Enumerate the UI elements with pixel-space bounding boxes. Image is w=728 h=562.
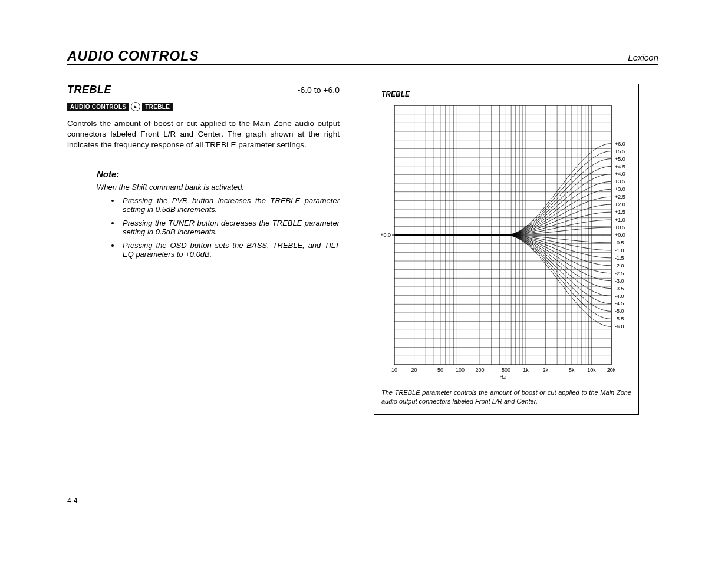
svg-text:100: 100: [456, 367, 465, 373]
svg-text:-2.5: -2.5: [615, 270, 624, 276]
note-subtitle: When the Shift command bank is activated…: [97, 183, 340, 191]
breadcrumb-chip-audio-controls: AUDIO CONTROLS: [67, 103, 129, 111]
note-item: Pressing the OSD button sets the BASS, T…: [120, 241, 340, 259]
svg-text:20k: 20k: [607, 367, 616, 373]
svg-text:500: 500: [502, 367, 510, 373]
treble-figure: TREBLE 1020501002005001k2k5k10k20kHz+0.0…: [374, 84, 639, 415]
parameter-row: TREBLE -6.0 to +6.0: [67, 84, 340, 96]
note-item: Pressing the PVR button increases the TR…: [120, 196, 340, 214]
parameter-description: Controls the amount of boost or cut appl…: [67, 118, 340, 151]
svg-text:-3.0: -3.0: [615, 278, 624, 284]
svg-text:+1.0: +1.0: [615, 217, 625, 223]
svg-text:+5.5: +5.5: [615, 148, 625, 154]
svg-text:+2.0: +2.0: [615, 201, 625, 207]
page-header: AUDIO CONTROLS Lexicon: [67, 48, 658, 65]
svg-text:+0.0: +0.0: [381, 232, 391, 238]
svg-text:-3.5: -3.5: [615, 286, 624, 292]
svg-text:1k: 1k: [523, 367, 529, 373]
treble-response-chart: 1020501002005001k2k5k10k20kHz+0.0+6.0+5.…: [381, 102, 631, 384]
note-item: Pressing the TUNER button decreases the …: [120, 219, 340, 236]
svg-text:200: 200: [476, 367, 485, 373]
svg-text:-0.5: -0.5: [615, 240, 624, 246]
section-title: AUDIO CONTROLS: [67, 48, 199, 64]
note-rule-bottom: [97, 267, 291, 267]
svg-text:+2.5: +2.5: [615, 194, 625, 200]
svg-text:5k: 5k: [569, 367, 575, 373]
svg-text:+6.0: +6.0: [615, 141, 625, 147]
note-block: Note: When the Shift command bank is act…: [97, 164, 340, 267]
note-title: Note:: [97, 169, 340, 179]
svg-text:10: 10: [391, 367, 397, 373]
svg-text:-5.0: -5.0: [615, 308, 624, 314]
figure-caption: The TREBLE parameter controls the amount…: [381, 388, 631, 406]
brand-label: Lexicon: [628, 52, 658, 62]
svg-text:+3.0: +3.0: [615, 186, 625, 192]
note-list: Pressing the PVR button increases the TR…: [97, 196, 340, 259]
page-number: 4-4: [67, 497, 77, 505]
svg-text:+1.5: +1.5: [615, 209, 625, 215]
svg-text:-1.5: -1.5: [615, 255, 624, 261]
breadcrumb-arrow-icon: ▸: [131, 102, 140, 111]
svg-text:+5.0: +5.0: [615, 156, 625, 162]
svg-text:-6.0: -6.0: [615, 323, 624, 329]
svg-text:-1.0: -1.0: [615, 247, 624, 253]
svg-text:+4.5: +4.5: [615, 164, 625, 170]
svg-text:+3.5: +3.5: [615, 178, 625, 184]
svg-text:2k: 2k: [543, 367, 549, 373]
svg-text:-4.0: -4.0: [615, 293, 624, 299]
svg-text:-2.0: -2.0: [615, 263, 624, 269]
svg-text:Hz: Hz: [500, 374, 506, 380]
svg-text:+0.5: +0.5: [615, 224, 625, 230]
svg-text:+4.0: +4.0: [615, 171, 625, 177]
page-footer: 4-4: [67, 494, 658, 505]
svg-text:20: 20: [411, 367, 417, 373]
parameter-range: -6.0 to +6.0: [298, 85, 340, 95]
breadcrumb-chip-treble: TREBLE: [142, 103, 173, 111]
left-column: TREBLE -6.0 to +6.0 AUDIO CONTROLS ▸ TRE…: [67, 84, 340, 272]
svg-text:+0.0: +0.0: [615, 232, 625, 238]
breadcrumb: AUDIO CONTROLS ▸ TREBLE: [67, 102, 340, 111]
svg-text:10k: 10k: [587, 367, 596, 373]
parameter-name: TREBLE: [67, 84, 111, 96]
svg-text:50: 50: [437, 367, 443, 373]
note-rule-top: [97, 164, 291, 164]
figure-title: TREBLE: [381, 90, 631, 98]
svg-text:-4.5: -4.5: [615, 300, 624, 306]
svg-text:-5.5: -5.5: [615, 316, 624, 322]
